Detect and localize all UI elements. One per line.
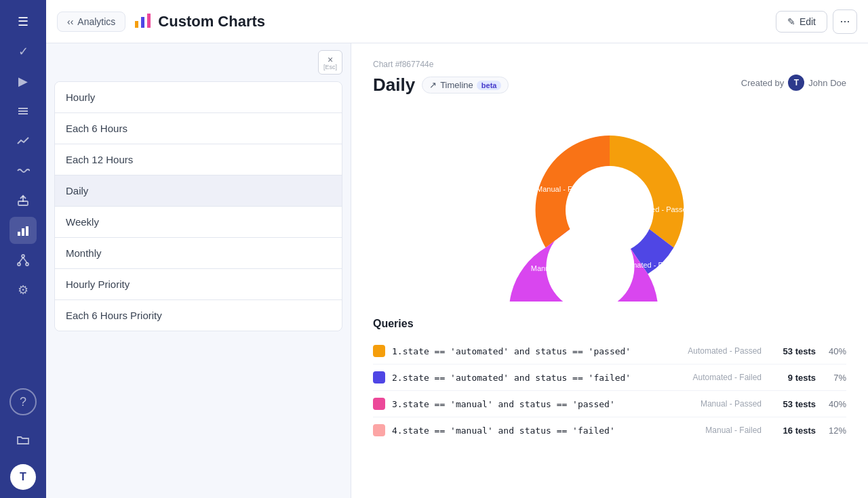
query-color-0 <box>373 345 385 357</box>
sidebar-close-bar: × [Esc] <box>46 43 351 81</box>
chart-title: Daily <box>373 75 415 96</box>
nav-avatar[interactable]: T <box>10 464 36 490</box>
chart-header: Daily ↗ Timeline beta Created by T John … <box>373 75 846 96</box>
sidebar-item-daily[interactable]: Daily <box>55 175 342 207</box>
sidebar-item-hourly[interactable]: Hourly <box>55 82 342 113</box>
donut-chart-container: Automated - Passed Automated - Failed Ma… <box>373 112 846 302</box>
export-nav-icon[interactable] <box>9 187 37 214</box>
settings-nav-icon[interactable]: ⚙ <box>9 276 37 304</box>
query-label-3: Manual - Failed <box>680 426 762 435</box>
chart-id: Chart #f867744e <box>373 60 846 69</box>
query-color-3 <box>373 424 385 436</box>
menu-nav-icon[interactable]: ☰ <box>9 8 37 35</box>
sidebar-item-each-6-hours[interactable]: Each 6 Hours <box>55 113 342 144</box>
query-text-0: 1.state == 'automated' and status == 'pa… <box>392 346 673 356</box>
query-label-0: Automated - Passed <box>680 346 762 356</box>
query-text-1: 2.state == 'automated' and status == 'fa… <box>392 373 673 383</box>
query-pct-0: 40% <box>823 346 846 356</box>
sidebar-panel: × [Esc] HourlyEach 6 HoursEach 12 HoursD… <box>46 43 351 498</box>
sidebar-item-each-12-hours[interactable]: Each 12 Hours <box>55 144 342 175</box>
close-icon: × <box>328 55 333 64</box>
wave-nav-icon[interactable] <box>9 157 37 184</box>
custom-charts-icon <box>134 10 153 33</box>
label-manual-passed: Manual - Passed <box>531 264 587 272</box>
list-nav-icon[interactable] <box>9 98 37 125</box>
page-title: Custom Charts <box>158 13 265 30</box>
svg-point-8 <box>18 263 20 266</box>
top-bar: ‹‹ Analytics Custom Charts ✎ Edit ··· <box>46 0 868 43</box>
sidebar-item-weekly[interactable]: Weekly <box>55 207 342 238</box>
label-manual-failed: Manual - Failed <box>536 185 588 193</box>
play-nav-icon[interactable]: ▶ <box>9 68 37 95</box>
created-by: Created by T John Doe <box>741 75 846 91</box>
main-area: ‹‹ Analytics Custom Charts ✎ Edit ··· <box>46 0 868 498</box>
svg-rect-6 <box>26 226 28 236</box>
query-text-3: 4.state == 'manual' and status == 'faile… <box>392 426 673 436</box>
query-count-2: 53 tests <box>768 399 816 409</box>
chevron-left-icon: ‹‹ <box>67 16 73 27</box>
created-by-prefix: Created by <box>741 78 785 88</box>
timeline-badge[interactable]: ↗ Timeline beta <box>422 77 509 94</box>
svg-rect-5 <box>22 228 24 236</box>
user-avatar-icon: T <box>788 75 804 91</box>
svg-line-10 <box>19 257 23 263</box>
svg-point-9 <box>26 263 28 266</box>
sidebar-item-monthly[interactable]: Monthly <box>55 238 342 269</box>
created-by-name: John Doe <box>808 78 846 88</box>
query-row-3: 4.state == 'manual' and status == 'faile… <box>373 417 846 443</box>
edit-icon: ✎ <box>787 16 795 27</box>
breadcrumb-label: Analytics <box>77 16 115 27</box>
svg-rect-4 <box>18 232 20 236</box>
query-pct-1: 7% <box>823 373 846 383</box>
query-row-2: 3.state == 'manual' and status == 'passe… <box>373 391 846 417</box>
nav-bar: ☰ ✓ ▶ <box>0 0 46 498</box>
top-bar-actions: ✎ Edit ··· <box>776 9 857 34</box>
label-automated-failed: Automated - Failed <box>616 261 679 269</box>
edit-button[interactable]: ✎ Edit <box>776 11 827 33</box>
svg-rect-13 <box>141 17 144 28</box>
svg-rect-14 <box>147 14 151 28</box>
breadcrumb-analytics[interactable]: ‹‹ Analytics <box>57 12 125 32</box>
query-count-0: 53 tests <box>768 346 816 356</box>
query-color-2 <box>373 398 385 410</box>
close-button[interactable]: × [Esc] <box>318 50 342 75</box>
timeline-label: Timeline <box>440 80 473 90</box>
more-button[interactable]: ··· <box>833 9 857 34</box>
check-nav-icon[interactable]: ✓ <box>9 38 37 65</box>
chart-title-row: Daily ↗ Timeline beta <box>373 75 509 96</box>
sidebar-list: HourlyEach 6 HoursEach 12 HoursDailyWeek… <box>46 81 351 498</box>
query-text-2: 3.state == 'manual' and status == 'passe… <box>392 399 673 409</box>
donut-chart: Automated - Passed Automated - Failed Ma… <box>494 112 725 302</box>
svg-line-11 <box>23 257 27 263</box>
query-row-1: 2.state == 'automated' and status == 'fa… <box>373 365 846 391</box>
query-pct-2: 40% <box>823 399 846 409</box>
label-automated-passed: Automated - Passed <box>623 205 691 213</box>
query-count-3: 16 tests <box>768 426 816 436</box>
queries-title: Queries <box>373 318 846 330</box>
content-row: × [Esc] HourlyEach 6 HoursEach 12 HoursD… <box>46 43 868 498</box>
help-nav-icon[interactable]: ? <box>9 388 37 415</box>
svg-rect-12 <box>135 21 138 28</box>
query-label-2: Manual - Passed <box>680 399 762 409</box>
query-pct-3: 12% <box>823 426 846 436</box>
beta-badge: beta <box>477 81 502 90</box>
trending-icon: ↗ <box>429 80 437 90</box>
folder-nav-icon[interactable] <box>9 426 37 453</box>
query-count-1: 9 tests <box>768 373 816 383</box>
sidebar-item-hourly-priority[interactable]: Hourly Priority <box>55 269 342 300</box>
query-label-1: Automated - Failed <box>680 373 762 382</box>
page-title-container: Custom Charts <box>134 10 265 33</box>
trending-nav-icon[interactable] <box>9 127 37 154</box>
query-color-1 <box>373 371 385 383</box>
svg-point-7 <box>22 255 24 257</box>
sidebar-item-each-6-hours-priority[interactable]: Each 6 Hours Priority <box>55 300 342 331</box>
esc-label: [Esc] <box>323 64 337 70</box>
queries-list: 1.state == 'automated' and status == 'pa… <box>373 338 846 443</box>
bar-chart-nav-icon[interactable] <box>9 217 37 244</box>
fork-nav-icon[interactable] <box>9 247 37 274</box>
query-row-0: 1.state == 'automated' and status == 'pa… <box>373 338 846 365</box>
chart-area: Chart #f867744e Daily ↗ Timeline beta Cr… <box>351 43 868 498</box>
